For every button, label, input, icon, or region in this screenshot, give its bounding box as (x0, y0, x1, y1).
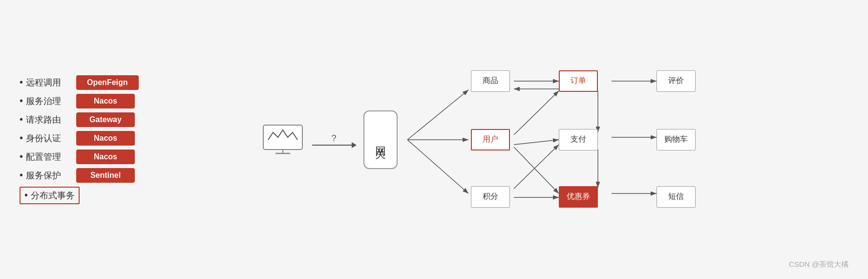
svg-line-12 (514, 145, 559, 189)
node-review: 评价 (656, 70, 696, 92)
node-user: 用户 (471, 129, 510, 150)
tag-nacos-3: Nacos (76, 150, 135, 164)
node-order: 订单 (559, 70, 598, 92)
gateway-label: 网关 (373, 138, 388, 142)
list-item-auth: 身份认证 Nacos (20, 131, 147, 146)
arrow-shaft (312, 145, 356, 146)
node-points: 积分 (471, 186, 510, 208)
label-auth: 身份认证 (20, 132, 68, 144)
list-item-protection: 服务保护 Sentinel (20, 168, 147, 183)
list-item-distributed-tx: 分布式事务 (20, 187, 147, 204)
node-sms: 短信 (656, 186, 696, 208)
label-distributed-tx: 分布式事务 (20, 187, 80, 204)
node-goods: 商品 (471, 70, 510, 92)
node-cart: 购物车 (656, 129, 696, 150)
left-list: 远程调用 OpenFeign 服务治理 Nacos 请求路由 Gateway 身… (20, 75, 147, 204)
tag-openfeign: OpenFeign (76, 75, 139, 90)
label-protection: 服务保护 (20, 170, 68, 181)
list-item-config: 配置管理 Nacos (20, 150, 147, 164)
question-arrow: ? (310, 133, 359, 146)
label-routing: 请求路由 (20, 114, 68, 126)
computer-svg (261, 123, 305, 157)
svg-line-6 (407, 140, 468, 193)
tag-sentinel: Sentinel (76, 168, 135, 183)
arrow-head (352, 142, 357, 148)
svg-line-4 (407, 90, 468, 140)
list-item-service-governance: 服务治理 Nacos (20, 94, 147, 108)
tag-gateway: Gateway (76, 112, 135, 127)
label-service-governance: 服务治理 (20, 95, 68, 107)
tag-nacos-1: Nacos (76, 94, 135, 108)
tag-nacos-2: Nacos (76, 131, 135, 146)
svg-line-10 (514, 140, 559, 145)
question-mark: ? (331, 133, 336, 144)
svg-line-9 (514, 91, 559, 135)
node-coupon: 优惠券 (559, 186, 598, 208)
svg-rect-0 (263, 125, 302, 150)
watermark: CSDN @茶馆大橘 (789, 260, 848, 269)
list-item-routing: 请求路由 Gateway (20, 112, 147, 127)
node-payment: 支付 (559, 129, 598, 150)
services-section: 商品 订单 评价 用户 支付 购物车 积分 (393, 42, 735, 237)
computer-icon (261, 123, 305, 157)
label-config: 配置管理 (20, 151, 68, 163)
svg-line-11 (514, 147, 559, 193)
list-item-remote-call: 远程调用 OpenFeign (20, 75, 147, 90)
main-container: 远程调用 OpenFeign 服务治理 Nacos 请求路由 Gateway 身… (0, 0, 868, 279)
label-remote-call: 远程调用 (20, 77, 68, 88)
diagram-area: ? 网关 (147, 42, 848, 237)
